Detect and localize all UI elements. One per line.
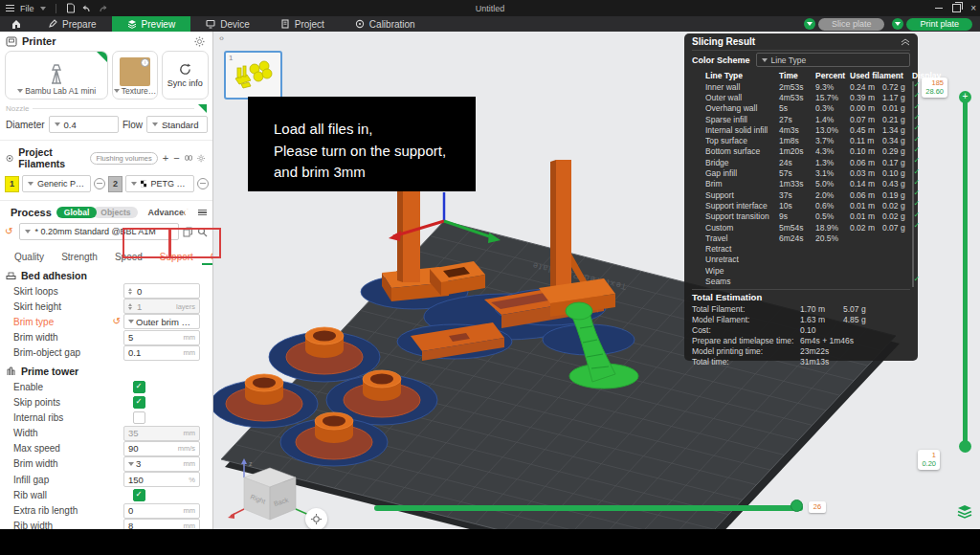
setting-input[interactable]: 5mm — [123, 330, 200, 345]
remove-filament-button[interactable]: − — [173, 152, 179, 164]
line-type-label: Custom — [705, 223, 779, 233]
chevron-down-icon[interactable] — [40, 7, 46, 11]
layer-slider-track[interactable] — [963, 98, 968, 446]
home-button[interactable] — [0, 16, 33, 32]
setting-input[interactable]: 150% — [123, 472, 200, 487]
add-filament-button[interactable]: + — [163, 152, 168, 164]
printer-gear-icon[interactable] — [194, 36, 205, 47]
prime-tower-header: Prime tower — [0, 361, 212, 379]
setting-input[interactable]: 8mm — [123, 519, 200, 529]
setting-select[interactable]: 3mm — [123, 456, 200, 472]
print-dropdown-icon[interactable] — [892, 18, 903, 30]
tab-prepare[interactable]: Prepare — [33, 16, 112, 32]
setting-input[interactable]: 0mm — [123, 503, 200, 519]
tab-preview[interactable]: Preview — [112, 16, 191, 32]
collapse-panel-icon[interactable] — [901, 38, 910, 46]
setting-checkbox[interactable] — [133, 381, 145, 393]
plate-thumbnail[interactable]: 1 — [224, 51, 282, 100]
display-checkbox[interactable] — [912, 233, 914, 244]
plate-list-collapse-icon[interactable]: ‹› — [219, 33, 223, 43]
line-type-row: Top surface1m8s3.7%0.11 m0.34 g — [692, 135, 910, 145]
redo-icon[interactable] — [98, 4, 108, 13]
info-icon[interactable]: i — [141, 58, 149, 67]
filament-2-badge[interactable]: 2 — [108, 176, 122, 192]
puck-model[interactable] — [226, 374, 302, 421]
spin-down-icon[interactable] — [128, 307, 132, 310]
sync-info-button[interactable]: Sync info — [162, 51, 209, 100]
spinner-icon[interactable] — [128, 303, 132, 310]
bed-adhesion-icon — [6, 271, 16, 280]
undo-icon[interactable] — [81, 4, 92, 13]
move-slider-track[interactable] — [374, 505, 803, 511]
print-plate-button[interactable]: Print plate — [906, 18, 972, 31]
preset-modified-icon[interactable]: ↺ — [5, 227, 12, 236]
scope-switch[interactable]: Global Objects — [56, 207, 139, 218]
annotation-box-support — [122, 228, 170, 258]
spin-up-icon[interactable] — [128, 303, 132, 306]
setting-input[interactable]: 90mm/s — [123, 441, 200, 456]
filament-sync-icon[interactable] — [185, 153, 192, 163]
display-cell — [912, 277, 914, 286]
setting-spin[interactable]: 1layers — [123, 299, 200, 314]
line-type-percent: 3.7% — [815, 136, 850, 145]
spin-up-icon[interactable] — [128, 288, 132, 291]
filament-1-remove-icon[interactable] — [94, 178, 105, 189]
orientation-cube[interactable]: z Right Back y — [227, 453, 332, 527]
filament-2-remove-icon[interactable] — [197, 178, 209, 189]
display-checkbox[interactable] — [912, 276, 914, 287]
setting-input[interactable]: 35mm — [123, 426, 200, 441]
setting-spin[interactable]: 0 — [123, 283, 200, 299]
setting-unit: mm — [184, 429, 196, 437]
spin-down-icon[interactable] — [128, 292, 132, 295]
layer-slider-top-handle[interactable]: + — [959, 91, 971, 103]
setting-label: Enable — [13, 382, 133, 392]
menu-icon[interactable] — [6, 3, 14, 13]
layer-slider-bottom-handle[interactable] — [959, 440, 971, 453]
printer-card[interactable]: Bambu Lab A1 mini — [5, 51, 108, 100]
scope-global[interactable]: Global — [56, 207, 97, 218]
tab-label: Calibration — [369, 19, 415, 30]
display-cell — [912, 146, 914, 156]
restore-button[interactable] — [952, 4, 961, 12]
setting-checkbox[interactable] — [133, 411, 145, 424]
layers-view-button[interactable] — [957, 504, 972, 522]
diameter-select[interactable]: 0.4 — [49, 116, 119, 133]
filament-1-select[interactable]: Generic PLA — [22, 175, 91, 192]
setting-select[interactable]: Outer brim … — [123, 314, 200, 329]
flushing-volumes-button[interactable]: Flushing volumes — [90, 152, 157, 165]
color-scheme-select[interactable]: Line Type — [756, 53, 910, 67]
slice-dropdown-icon[interactable] — [804, 18, 815, 30]
slice-plate-button[interactable]: Slice plate — [818, 18, 885, 31]
display-checkbox[interactable] — [912, 222, 914, 233]
process-tab-quality[interactable]: Quality — [6, 252, 53, 265]
tab-calibration[interactable]: Calibration — [340, 16, 431, 32]
setting-input[interactable]: 0.1mm — [123, 345, 200, 361]
rotate-view-button[interactable] — [305, 508, 327, 529]
minimize-button[interactable] — [935, 8, 943, 9]
line-type-row: Sparse infill27s1.4%0.07 m0.21 g — [692, 114, 910, 124]
display-checkbox[interactable] — [912, 254, 914, 265]
filament-gear-icon[interactable] — [197, 153, 205, 164]
new-file-icon[interactable] — [66, 3, 76, 13]
setting-checkbox[interactable] — [133, 489, 145, 501]
filament-1-badge[interactable]: 1 — [5, 176, 19, 192]
view-list-icon[interactable] — [198, 210, 207, 216]
scope-objects[interactable]: Objects — [93, 207, 138, 218]
display-cell — [912, 211, 914, 221]
filament-2-select[interactable]: PETG Basic — [125, 175, 194, 192]
tab-device[interactable]: Device — [190, 16, 265, 32]
setting-value: 1 — [137, 301, 174, 312]
close-button[interactable]: × — [970, 0, 976, 16]
file-menu[interactable]: File — [20, 4, 34, 13]
3d-viewport[interactable]: Textured PEI Plate — [213, 32, 980, 529]
process-tab-strength[interactable]: Strength — [53, 252, 106, 265]
spinner-icon[interactable] — [128, 288, 132, 295]
setting-label: Rib width — [13, 521, 123, 529]
flow-select[interactable]: Standard — [146, 116, 208, 133]
reset-icon[interactable]: ↺ — [113, 317, 121, 326]
setting-checkbox[interactable] — [133, 396, 145, 409]
plate-type-card[interactable]: i Texture… — [112, 51, 157, 100]
tab-project[interactable]: Project — [265, 16, 340, 32]
move-slider-handle[interactable] — [791, 500, 803, 512]
pencil-icon — [48, 19, 57, 29]
